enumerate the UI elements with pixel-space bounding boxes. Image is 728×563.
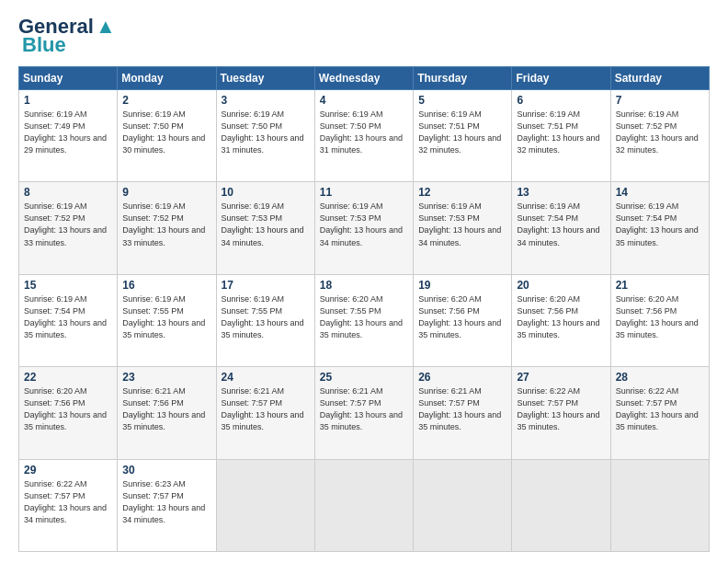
day-info: Sunrise: 6:20 AM Sunset: 7:56 PM Dayligh… [616, 293, 704, 341]
day-number: 29 [24, 464, 112, 477]
day-info: Sunrise: 6:19 AM Sunset: 7:50 PM Dayligh… [320, 109, 408, 156]
day-number: 9 [122, 186, 210, 199]
day-number: 1 [24, 94, 112, 107]
day-cell: 23 Sunrise: 6:21 AM Sunset: 7:56 PM Dayl… [118, 367, 216, 459]
day-number: 25 [320, 371, 408, 384]
day-cell: 10 Sunrise: 6:19 AM Sunset: 7:53 PM Dayl… [216, 182, 314, 274]
day-info: Sunrise: 6:21 AM Sunset: 7:56 PM Dayligh… [122, 385, 210, 433]
day-cell [314, 459, 413, 551]
day-number: 24 [222, 371, 310, 384]
col-header-sunday: Sunday [19, 67, 118, 90]
day-number: 15 [24, 279, 112, 292]
day-cell: 2 Sunrise: 6:19 AM Sunset: 7:50 PM Dayli… [118, 90, 216, 182]
day-info: Sunrise: 6:19 AM Sunset: 7:55 PM Dayligh… [222, 293, 310, 341]
day-number: 4 [320, 94, 408, 107]
day-cell: 28 Sunrise: 6:22 AM Sunset: 7:57 PM Dayl… [610, 367, 709, 459]
day-cell: 12 Sunrise: 6:19 AM Sunset: 7:53 PM Dayl… [414, 182, 512, 274]
day-cell [216, 459, 314, 551]
day-number: 8 [24, 186, 112, 199]
day-info: Sunrise: 6:19 AM Sunset: 7:54 PM Dayligh… [616, 201, 704, 248]
day-info: Sunrise: 6:21 AM Sunset: 7:57 PM Dayligh… [320, 385, 408, 433]
day-cell: 16 Sunrise: 6:19 AM Sunset: 7:55 PM Dayl… [118, 274, 216, 366]
day-number: 10 [222, 186, 310, 199]
day-cell [414, 459, 512, 551]
col-header-monday: Monday [118, 67, 216, 90]
day-cell: 29 Sunrise: 6:22 AM Sunset: 7:57 PM Dayl… [19, 459, 118, 551]
day-cell: 14 Sunrise: 6:19 AM Sunset: 7:54 PM Dayl… [610, 182, 709, 274]
day-cell [610, 459, 709, 551]
day-cell: 18 Sunrise: 6:20 AM Sunset: 7:55 PM Dayl… [314, 274, 413, 366]
day-cell: 8 Sunrise: 6:19 AM Sunset: 7:52 PM Dayli… [19, 182, 118, 274]
day-number: 19 [418, 279, 506, 292]
week-row-2: 8 Sunrise: 6:19 AM Sunset: 7:52 PM Dayli… [19, 182, 710, 274]
day-cell: 15 Sunrise: 6:19 AM Sunset: 7:54 PM Dayl… [19, 274, 118, 366]
page: General▲ Blue SundayMondayTuesdayWednesd… [0, 0, 728, 563]
day-number: 2 [122, 94, 210, 107]
day-number: 12 [418, 186, 506, 199]
day-number: 16 [122, 279, 210, 292]
day-info: Sunrise: 6:20 AM Sunset: 7:56 PM Dayligh… [517, 293, 605, 341]
col-header-tuesday: Tuesday [216, 67, 314, 90]
day-cell: 5 Sunrise: 6:19 AM Sunset: 7:51 PM Dayli… [414, 90, 512, 182]
day-info: Sunrise: 6:19 AM Sunset: 7:54 PM Dayligh… [24, 293, 112, 341]
header: General▲ Blue [18, 17, 710, 57]
day-info: Sunrise: 6:19 AM Sunset: 7:52 PM Dayligh… [122, 201, 210, 248]
day-info: Sunrise: 6:19 AM Sunset: 7:50 PM Dayligh… [222, 109, 310, 156]
day-cell: 4 Sunrise: 6:19 AM Sunset: 7:50 PM Dayli… [314, 90, 413, 182]
day-cell: 30 Sunrise: 6:23 AM Sunset: 7:57 PM Dayl… [118, 459, 216, 551]
day-info: Sunrise: 6:21 AM Sunset: 7:57 PM Dayligh… [222, 385, 310, 433]
day-info: Sunrise: 6:20 AM Sunset: 7:56 PM Dayligh… [24, 385, 112, 433]
day-number: 28 [616, 371, 704, 384]
day-number: 6 [517, 94, 605, 107]
day-info: Sunrise: 6:19 AM Sunset: 7:53 PM Dayligh… [320, 201, 408, 248]
day-info: Sunrise: 6:19 AM Sunset: 7:52 PM Dayligh… [616, 109, 704, 156]
day-info: Sunrise: 6:19 AM Sunset: 7:53 PM Dayligh… [222, 201, 310, 248]
day-number: 18 [320, 279, 408, 292]
day-number: 14 [616, 186, 704, 199]
day-number: 11 [320, 186, 408, 199]
week-row-3: 15 Sunrise: 6:19 AM Sunset: 7:54 PM Dayl… [19, 274, 710, 366]
week-row-4: 22 Sunrise: 6:20 AM Sunset: 7:56 PM Dayl… [19, 367, 710, 459]
logo: General▲ Blue [18, 17, 116, 57]
week-row-1: 1 Sunrise: 6:19 AM Sunset: 7:49 PM Dayli… [19, 90, 710, 182]
day-cell: 3 Sunrise: 6:19 AM Sunset: 7:50 PM Dayli… [216, 90, 314, 182]
day-number: 22 [24, 371, 112, 384]
day-info: Sunrise: 6:19 AM Sunset: 7:54 PM Dayligh… [517, 201, 605, 248]
day-info: Sunrise: 6:22 AM Sunset: 7:57 PM Dayligh… [517, 385, 605, 433]
col-header-wednesday: Wednesday [314, 67, 413, 90]
col-header-saturday: Saturday [610, 67, 709, 90]
day-number: 17 [222, 279, 310, 292]
day-cell: 13 Sunrise: 6:19 AM Sunset: 7:54 PM Dayl… [512, 182, 610, 274]
day-cell: 1 Sunrise: 6:19 AM Sunset: 7:49 PM Dayli… [19, 90, 118, 182]
logo-blue: Blue [22, 33, 66, 57]
day-cell: 11 Sunrise: 6:19 AM Sunset: 7:53 PM Dayl… [314, 182, 413, 274]
day-number: 30 [122, 464, 210, 477]
day-info: Sunrise: 6:22 AM Sunset: 7:57 PM Dayligh… [24, 478, 112, 526]
day-info: Sunrise: 6:21 AM Sunset: 7:57 PM Dayligh… [418, 385, 506, 433]
day-cell: 17 Sunrise: 6:19 AM Sunset: 7:55 PM Dayl… [216, 274, 314, 366]
day-number: 21 [616, 279, 704, 292]
calendar-table: SundayMondayTuesdayWednesdayThursdayFrid… [18, 66, 710, 552]
day-number: 3 [222, 94, 310, 107]
day-info: Sunrise: 6:19 AM Sunset: 7:53 PM Dayligh… [418, 201, 506, 248]
day-info: Sunrise: 6:19 AM Sunset: 7:51 PM Dayligh… [418, 109, 506, 156]
day-cell: 7 Sunrise: 6:19 AM Sunset: 7:52 PM Dayli… [610, 90, 709, 182]
day-info: Sunrise: 6:22 AM Sunset: 7:57 PM Dayligh… [616, 385, 704, 433]
day-cell: 9 Sunrise: 6:19 AM Sunset: 7:52 PM Dayli… [118, 182, 216, 274]
day-info: Sunrise: 6:23 AM Sunset: 7:57 PM Dayligh… [122, 478, 210, 526]
day-info: Sunrise: 6:19 AM Sunset: 7:51 PM Dayligh… [517, 109, 605, 156]
day-cell [512, 459, 610, 551]
day-cell: 20 Sunrise: 6:20 AM Sunset: 7:56 PM Dayl… [512, 274, 610, 366]
week-row-5: 29 Sunrise: 6:22 AM Sunset: 7:57 PM Dayl… [19, 459, 710, 551]
day-info: Sunrise: 6:20 AM Sunset: 7:55 PM Dayligh… [320, 293, 408, 341]
day-number: 13 [517, 186, 605, 199]
day-cell: 26 Sunrise: 6:21 AM Sunset: 7:57 PM Dayl… [414, 367, 512, 459]
day-number: 5 [418, 94, 506, 107]
day-number: 27 [517, 371, 605, 384]
day-cell: 22 Sunrise: 6:20 AM Sunset: 7:56 PM Dayl… [19, 367, 118, 459]
calendar-header-row: SundayMondayTuesdayWednesdayThursdayFrid… [19, 67, 710, 90]
day-cell: 19 Sunrise: 6:20 AM Sunset: 7:56 PM Dayl… [414, 274, 512, 366]
day-cell: 27 Sunrise: 6:22 AM Sunset: 7:57 PM Dayl… [512, 367, 610, 459]
day-cell: 25 Sunrise: 6:21 AM Sunset: 7:57 PM Dayl… [314, 367, 413, 459]
day-info: Sunrise: 6:19 AM Sunset: 7:55 PM Dayligh… [122, 293, 210, 341]
